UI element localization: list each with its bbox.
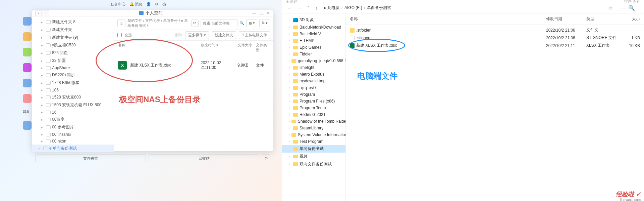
explorer-tree-item[interactable]: ›Program Files (x86) bbox=[282, 98, 345, 105]
explorer-tree-item[interactable]: ›双向文件备份测试 bbox=[282, 160, 345, 168]
upload-button[interactable]: ⇧上传电脑文件 bbox=[239, 31, 270, 39]
refresh-button[interactable]: ⟳ bbox=[191, 19, 199, 27]
new-folder-button[interactable]: 新建文件夹 bbox=[212, 31, 236, 39]
explorer-tree-item[interactable]: ›Shadow of the Tomb Raider bbox=[282, 118, 345, 125]
dock-app-1[interactable] bbox=[23, 17, 32, 26]
file-row[interactable]: X 新建 XLSX 工作表.xlsx 2022-10-02 21:11:00 9… bbox=[118, 58, 269, 73]
home-button[interactable]: ⌂ bbox=[117, 19, 125, 27]
tree-item[interactable]: ▸00 nkon bbox=[32, 138, 114, 145]
dock-app-2[interactable] bbox=[23, 32, 32, 41]
tree-item[interactable]: ▸DS220+同步 bbox=[32, 71, 114, 79]
annotation-blue-label: 电脑端文件 bbox=[357, 71, 397, 81]
file-name: 新建 XLSX 工作表.xlsx bbox=[130, 63, 201, 68]
explorer-tree-item[interactable]: ›Program bbox=[282, 91, 345, 98]
tree-item-selected[interactable]: ▸e 单向备份测试 bbox=[32, 145, 114, 152]
explorer-forward[interactable]: → bbox=[296, 5, 304, 11]
explorer-tree-item[interactable]: ›Epic Games bbox=[282, 44, 345, 51]
header-name[interactable]: 名称 bbox=[118, 43, 201, 53]
view-mode-button[interactable]: ▦ ▾ bbox=[246, 19, 257, 27]
explorer-up[interactable]: ↑ bbox=[314, 5, 319, 11]
explorer-back[interactable]: ← bbox=[286, 5, 293, 11]
close-button[interactable]: ✕ bbox=[267, 11, 270, 15]
tree-item[interactable]: ▸826 回血 bbox=[32, 49, 114, 57]
nav-forward-button[interactable]: › bbox=[43, 10, 49, 16]
search-input[interactable] bbox=[201, 19, 237, 27]
watermark: 经验啦 ✓ bbox=[616, 190, 641, 198]
explorer-tree-item[interactable]: ›SteamLibrary bbox=[282, 125, 345, 131]
explorer-address-bar[interactable]: ▸ 此电脑 › AIGO (E:) › 单向备份测试 bbox=[322, 4, 604, 12]
select-all-checkbox[interactable] bbox=[117, 33, 122, 37]
explorer-file-row[interactable]: 新建 XLSX 工作表.xlsx2022/10/2 21:11XLSX 工作表1… bbox=[350, 42, 640, 49]
maximize-button[interactable]: ▢ bbox=[260, 11, 263, 15]
recycle-button[interactable]: 回收站 bbox=[149, 154, 259, 162]
nav-back-button[interactable]: ‹ bbox=[35, 10, 42, 16]
explorer-tree-item[interactable]: ›System Volume Information bbox=[282, 131, 345, 138]
explorer-tree-item[interactable]: ›Program Temp bbox=[282, 105, 345, 111]
xlsx-icon: X bbox=[118, 61, 127, 70]
explorer-tree-item[interactable]: ›limelight bbox=[282, 64, 345, 71]
tree-item[interactable]: ▸00 linsshsi bbox=[32, 131, 114, 138]
tree-item[interactable]: ▸00 参考图片 bbox=[32, 123, 114, 131]
eheader-date[interactable]: 修改日期 bbox=[546, 16, 586, 22]
explorer-tree-item[interactable]: ›视频 bbox=[282, 153, 345, 160]
dock-app-7[interactable] bbox=[23, 121, 32, 130]
header-type[interactable]: 文件类型 bbox=[256, 43, 269, 53]
tree-item[interactable]: ▸新建文件夹 8 bbox=[32, 18, 114, 26]
eheader-size[interactable]: 大小 bbox=[620, 16, 640, 22]
explorer-tree-item[interactable]: ›Battlefield V bbox=[282, 31, 345, 37]
tree-item[interactable]: ▸16 bbox=[32, 109, 114, 116]
explorer-view-sort[interactable]: 排序 查看 bbox=[624, 0, 640, 4]
search-icon[interactable]: 🔍 bbox=[239, 21, 244, 25]
tree-item[interactable]: ▸1503 安钛克机箱 FLUX 800 bbox=[32, 101, 114, 109]
explorer-tree-item[interactable]: ›Metro Exodus bbox=[282, 71, 345, 78]
tree-item[interactable]: ▸AppShare bbox=[32, 65, 114, 71]
explorer-tree-item[interactable]: 单向备份测试 bbox=[282, 145, 345, 153]
tree-item[interactable]: ▸33 新疆 bbox=[32, 57, 114, 65]
explorer-file-row[interactable]: .stignore2022/10/2 21:06STIGNORE 文件1 KB bbox=[350, 34, 640, 42]
tree-item[interactable]: ▸106 bbox=[32, 87, 114, 93]
breadcrumb[interactable]: 我的文件 / 文档同步 / 单向备份 / e 单向备份测试 / bbox=[127, 18, 189, 28]
power-icon[interactable]: ⏻ bbox=[162, 2, 166, 6]
explorer-sidebar: ›3D 对象›BaiduNetdiskDownload›Battlefield … bbox=[282, 13, 346, 201]
explorer-tree-item[interactable]: ›3D 对象 bbox=[282, 16, 345, 24]
settings-icon[interactable]: ⚙ bbox=[155, 2, 158, 6]
explorer-tree-item[interactable]: ›Redmi G 2021 bbox=[282, 111, 345, 118]
explorer-tree-item[interactable]: ›Test Program bbox=[282, 138, 345, 145]
settings-button[interactable]: ⚙ bbox=[262, 154, 270, 162]
dedupe-button[interactable]: 文件去重 bbox=[35, 154, 146, 162]
file-date: 2022-10-02 21:11:00 bbox=[201, 61, 237, 70]
user-icon[interactable]: 👤 bbox=[146, 2, 151, 6]
tree-item[interactable]: ▸y凯立德C530 bbox=[32, 41, 114, 49]
explorer-new[interactable]: ⊕ 新建 bbox=[286, 0, 298, 4]
tree-item[interactable]: ▸1528 安钛克800 bbox=[32, 93, 114, 101]
more-icon[interactable]: ⋯ bbox=[170, 2, 174, 6]
explorer-recent[interactable]: ˅ bbox=[306, 5, 311, 11]
more-ops-button[interactable]: 更多操作 ▾ bbox=[185, 31, 209, 39]
tree-item[interactable]: ▸新建文件夹 (9) bbox=[32, 34, 114, 41]
explorer-file-row[interactable]: .stfolder2022/10/2 21:06文件夹 bbox=[350, 26, 640, 34]
explorer-tree-item[interactable]: ›gumuliying_jueqiv1.0.668.1 bbox=[282, 57, 345, 64]
explorer-tree-item[interactable]: ›Fiddler bbox=[282, 51, 345, 57]
tree-item[interactable]: ▸1728 B650微星 bbox=[32, 79, 114, 87]
dock-app-6[interactable] bbox=[23, 94, 32, 103]
explorer-tree-item[interactable]: ›msdownld.tmp bbox=[282, 78, 345, 84]
minimize-button[interactable]: — bbox=[252, 11, 256, 15]
messages[interactable]: 🔔 消息 bbox=[129, 2, 142, 7]
dock-app-3[interactable] bbox=[23, 48, 32, 56]
explorer-refresh[interactable]: ⟳ bbox=[607, 5, 614, 11]
task-center[interactable]: ↕ 任务中心 bbox=[108, 2, 125, 7]
explorer-tree-item[interactable]: ›njzq_xyt7 bbox=[282, 84, 345, 91]
dock-app-5[interactable] bbox=[23, 79, 32, 87]
dock-app-4[interactable] bbox=[23, 63, 32, 72]
explorer-tree-item[interactable]: ›BaiduNetdiskDownload bbox=[282, 24, 345, 31]
explorer-search-icon[interactable]: ⋯ 🔍 bbox=[616, 5, 640, 11]
header-size[interactable]: 文件大小 bbox=[237, 43, 256, 53]
eheader-name[interactable]: 名称 bbox=[350, 16, 546, 22]
tree-item[interactable]: ▸00百度 bbox=[32, 116, 114, 123]
eheader-type[interactable]: 类型 bbox=[586, 16, 620, 22]
header-date[interactable]: 修改时间 ▾ bbox=[201, 43, 237, 53]
explorer-tree-item[interactable]: ›E TEMP bbox=[282, 37, 345, 44]
tree-item[interactable]: ▸新建文件夹 bbox=[32, 26, 114, 34]
annotation-red-label: 极空间NAS上备份目录 bbox=[119, 94, 201, 105]
sort-button[interactable]: ⇅ ▾ bbox=[259, 19, 270, 27]
